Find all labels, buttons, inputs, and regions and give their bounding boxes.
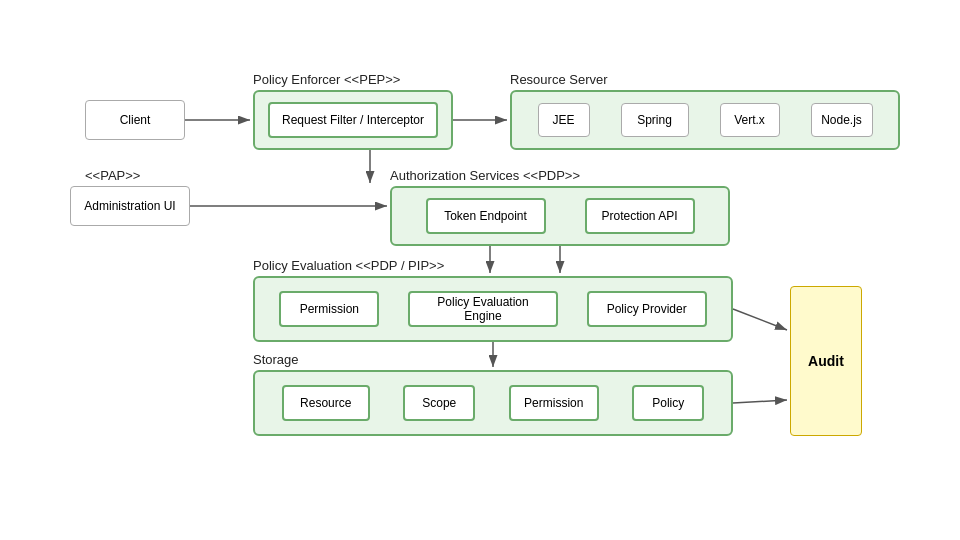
auth-services-group: Token Endpoint Protection API (390, 186, 730, 246)
vertx-box: Vert.x (720, 103, 780, 137)
token-endpoint-box: Token Endpoint (426, 198, 546, 234)
policy-eval-engine-box: Policy Evaluation Engine (408, 291, 558, 327)
pap-header-label: <<PAP>> (85, 168, 140, 183)
svg-line-8 (733, 309, 787, 330)
policy-eval-header-label: Policy Evaluation <<PDP / PIP>> (253, 258, 444, 273)
policy-provider-box: Policy Provider (587, 291, 707, 327)
auth-services-header-label: Authorization Services <<PDP>> (390, 168, 580, 183)
resource-server-header-label: Resource Server (510, 72, 608, 87)
nodejs-box: Node.js (811, 103, 873, 137)
protection-api-box: Protection API (585, 198, 695, 234)
arrows-svg (0, 0, 960, 540)
pep-header-label: Policy Enforcer <<PEP>> (253, 72, 400, 87)
scope-box: Scope (403, 385, 475, 421)
storage-header-label: Storage (253, 352, 299, 367)
policy-eval-group: Permission Policy Evaluation Engine Poli… (253, 276, 733, 342)
pep-group: Request Filter / Interceptor (253, 90, 453, 150)
resource-box: Resource (282, 385, 370, 421)
resource-server-group: JEE Spring Vert.x Node.js (510, 90, 900, 150)
policy-box: Policy (632, 385, 704, 421)
request-filter-box: Request Filter / Interceptor (268, 102, 438, 138)
permission2-box: Permission (509, 385, 599, 421)
svg-line-10 (733, 400, 787, 403)
jee-box: JEE (538, 103, 590, 137)
permission-box: Permission (279, 291, 379, 327)
storage-group: Resource Scope Permission Policy (253, 370, 733, 436)
client-box: Client (85, 100, 185, 140)
diagram-container: Client Policy Enforcer <<PEP>> Request F… (0, 0, 960, 540)
audit-box: Audit (790, 286, 862, 436)
admin-ui-box: Administration UI (70, 186, 190, 226)
spring-box: Spring (621, 103, 689, 137)
